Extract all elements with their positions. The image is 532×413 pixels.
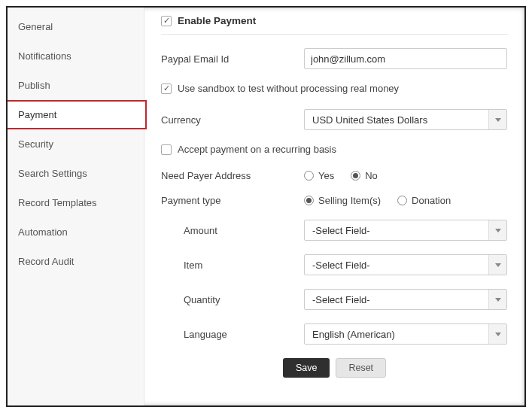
currency-select[interactable]: USD United States Dollars [304,109,507,130]
sidebar: General Notifications Publish Payment Se… [8,8,144,405]
payment-type-label: Payment type [161,195,304,206]
amount-row: Amount -Select Field- [161,220,508,241]
radio-icon [351,171,360,181]
need-address-yes[interactable]: Yes [304,170,334,181]
item-label: Item [161,260,304,271]
need-address-label: Need Payer Address [161,170,304,181]
chevron-down-icon [488,220,506,240]
need-address-no[interactable]: No [351,170,378,181]
sidebar-item-payment[interactable]: Payment [6,100,147,129]
chevron-down-icon [488,110,506,129]
button-row: Save Reset [161,358,508,378]
paypal-email-input[interactable] [304,48,507,69]
radio-icon [304,196,314,205]
amount-value: -Select Field- [312,225,370,236]
sidebar-item-search-settings[interactable]: Search Settings [8,159,144,188]
payment-type-row: Payment type Selling Item(s) Donation [161,195,508,206]
recurring-checkbox[interactable] [161,144,172,155]
reset-button[interactable]: Reset [336,358,386,378]
language-row: Language English (American) [161,323,508,345]
sandbox-checkbox[interactable] [161,84,172,94]
quantity-select[interactable]: -Select Field- [304,289,507,310]
recurring-row: Accept payment on a recurring basis [161,144,508,155]
main-panel: Enable Payment Paypal Email Id Use sandb… [144,8,524,405]
quantity-label: Quantity [161,294,304,305]
sidebar-item-publish[interactable]: Publish [8,71,144,100]
item-row: Item -Select Field- [161,254,508,275]
sidebar-item-general[interactable]: General [8,12,144,41]
paypal-email-row: Paypal Email Id [161,48,508,69]
chevron-down-icon [488,290,506,309]
radio-icon [397,196,407,205]
recurring-label: Accept payment on a recurring basis [178,144,336,155]
amount-select[interactable]: -Select Field- [304,220,507,241]
payment-type-donation-label: Donation [412,195,451,206]
radio-icon [304,171,314,181]
chevron-down-icon [488,324,506,344]
sidebar-item-record-templates[interactable]: Record Templates [8,188,144,217]
sidebar-item-notifications[interactable]: Notifications [8,41,144,71]
payment-type-donation[interactable]: Donation [397,195,451,206]
need-address-row: Need Payer Address Yes No [161,170,508,181]
amount-label: Amount [161,225,304,236]
need-address-no-label: No [365,170,378,181]
sidebar-item-automation[interactable]: Automation [8,217,144,247]
sandbox-row: Use sandbox to test without processing r… [161,83,508,94]
sidebar-item-security[interactable]: Security [8,129,144,159]
sandbox-label: Use sandbox to test without processing r… [178,83,399,94]
language-select[interactable]: English (American) [304,323,507,345]
enable-payment-label: Enable Payment [178,15,256,26]
quantity-value: -Select Field- [312,294,370,305]
currency-row: Currency USD United States Dollars [161,109,508,130]
currency-label: Currency [161,114,304,126]
paypal-email-label: Paypal Email Id [161,53,304,65]
payment-type-selling-label: Selling Item(s) [318,195,381,206]
save-button[interactable]: Save [283,358,330,378]
item-value: -Select Field- [312,260,370,271]
chevron-down-icon [488,255,506,275]
language-value: English (American) [312,329,395,340]
payment-type-selling[interactable]: Selling Item(s) [304,195,381,206]
need-address-yes-label: Yes [318,170,334,181]
sidebar-item-record-audit[interactable]: Record Audit [8,247,144,276]
currency-value: USD United States Dollars [312,114,427,126]
quantity-row: Quantity -Select Field- [161,289,508,310]
enable-payment-row: Enable Payment [161,15,508,35]
language-label: Language [161,329,304,340]
settings-frame: General Notifications Publish Payment Se… [6,6,526,407]
item-select[interactable]: -Select Field- [304,254,507,275]
enable-payment-checkbox[interactable] [161,16,172,26]
